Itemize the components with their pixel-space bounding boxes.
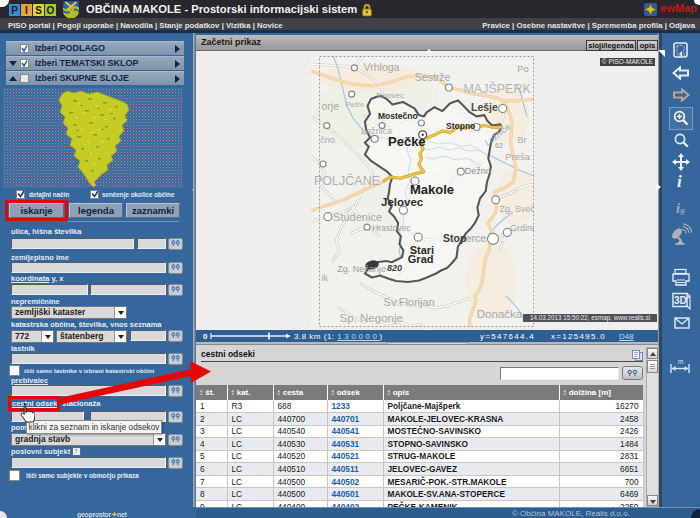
svg-text:Vrhloga: Vrhloga xyxy=(364,61,400,73)
svg-text:orje: orje xyxy=(322,100,340,112)
svg-text:62: 62 xyxy=(495,142,503,149)
svg-text:POLJČANE: POLJČANE xyxy=(314,173,380,188)
svg-text:Pečke: Pečke xyxy=(388,134,426,149)
svg-text:erce: erce xyxy=(466,232,487,244)
svg-text:Sp. Negonje: Sp. Negonje xyxy=(340,312,403,324)
svg-text:Grad: Grad xyxy=(408,253,434,265)
svg-text:Preša: Preša xyxy=(505,151,531,162)
svg-text:Trnovec: Trnovec xyxy=(375,91,404,100)
svg-text:Br: Br xyxy=(517,134,527,145)
svg-text:Stopno: Stopno xyxy=(446,121,475,131)
svg-text:Petre: Petre xyxy=(345,100,365,109)
svg-text:Sestrže: Sestrže xyxy=(415,71,451,83)
svg-text:m: m xyxy=(678,358,683,365)
svg-text:Hrastovec: Hrastovec xyxy=(372,223,411,233)
svg-text:Makole: Makole xyxy=(410,182,454,197)
svg-text:MAJŠPERK: MAJŠPERK xyxy=(463,81,531,96)
svg-text:čno: čno xyxy=(320,135,335,145)
svg-text:Dežno: Dežno xyxy=(465,166,491,176)
svg-text:Mostečno: Mostečno xyxy=(378,111,418,121)
svg-text:Grdina: Grdina xyxy=(510,223,534,233)
svg-text:Sv.Florijan: Sv.Florijan xyxy=(384,296,435,308)
svg-text:Studenice: Studenice xyxy=(333,211,382,223)
svg-text:Po: Po xyxy=(517,63,529,74)
svg-text:3D: 3D xyxy=(674,295,687,306)
svg-text:Zg. Nečanje: Zg. Nečanje xyxy=(337,264,386,274)
svg-text:Zg. Sveče: Zg. Sveče xyxy=(500,204,535,214)
svg-text:Donačka: Donačka xyxy=(477,308,523,320)
svg-text:ik: ik xyxy=(321,273,328,283)
svg-text:Stop: Stop xyxy=(443,232,466,244)
svg-text:820: 820 xyxy=(387,263,402,273)
svg-text:Lešje: Lešje xyxy=(471,101,498,113)
svg-text:Jelovec: Jelovec xyxy=(381,196,424,208)
